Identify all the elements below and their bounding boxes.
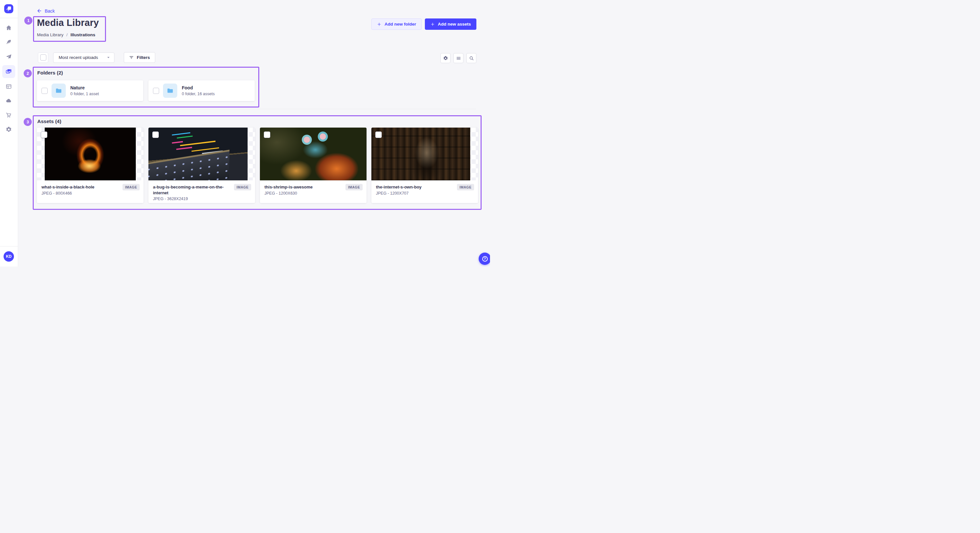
asset-type-badge: IMAGE	[345, 184, 363, 190]
sidebar-nav: KD	[0, 0, 18, 266]
folders-row: Nature 0 folder, 1 asset Food 0 folder, …	[37, 80, 255, 101]
sidebar-item-content-type-builder[interactable]	[2, 80, 15, 93]
annotation-step-1: 1	[24, 16, 32, 25]
sidebar-divider-bottom	[0, 246, 18, 246]
plus-icon	[377, 22, 382, 27]
asset-meta: JPEG - 800X466	[41, 191, 139, 195]
sidebar-item-releases[interactable]	[2, 50, 15, 63]
folder-name: Food	[182, 85, 215, 90]
sidebar-item-deploy[interactable]	[2, 94, 15, 107]
transparency-checkerboard	[148, 128, 255, 180]
asset-thumbnail-laptop-code	[148, 128, 248, 180]
add-new-folder-button[interactable]: Add new folder	[371, 19, 422, 30]
sidebar-item-settings[interactable]	[2, 123, 15, 136]
folder-tile	[51, 84, 66, 98]
breadcrumb-parent[interactable]: Media Library	[37, 32, 64, 37]
help-button[interactable]: ?	[479, 252, 490, 265]
paper-plane-icon	[5, 54, 12, 60]
filters-button[interactable]: Filters	[124, 52, 155, 63]
gear-icon	[443, 56, 448, 61]
asset-type-badge: IMAGE	[123, 184, 140, 190]
folders-heading: Folders (2)	[37, 70, 63, 76]
header-actions: Add new folder Add new assets	[371, 19, 476, 30]
folder-card-nature[interactable]: Nature 0 folder, 1 asset	[37, 80, 143, 101]
sidebar-item-home[interactable]	[2, 21, 15, 34]
folder-checkbox[interactable]	[153, 88, 159, 94]
asset-meta: JPEG - 1200X707	[376, 191, 474, 195]
filter-icon	[129, 55, 134, 60]
breadcrumb-current: Illustrations	[71, 32, 95, 37]
folder-meta: 0 folder, 1 asset	[70, 92, 99, 96]
user-avatar[interactable]: KD	[3, 251, 14, 262]
back-link[interactable]: Back	[37, 8, 55, 14]
sort-dropdown[interactable]: Most recent uploads	[53, 52, 115, 63]
asset-type-badge: IMAGE	[457, 184, 474, 190]
asset-type-badge: IMAGE	[234, 184, 251, 190]
folder-tile	[163, 84, 177, 98]
toolbar: Most recent uploads Filters	[38, 52, 155, 63]
asset-meta: JPEG - 3628X2419	[153, 197, 250, 201]
folder-meta: 0 folder, 16 assets	[182, 92, 215, 96]
transparency-checkerboard	[37, 128, 143, 180]
asset-meta: JPEG - 1200X630	[264, 191, 362, 195]
sort-dropdown-value: Most recent uploads	[59, 55, 98, 60]
breadcrumb: Media Library / Illustrations	[37, 32, 95, 37]
list-view-button[interactable]	[453, 53, 463, 63]
annotation-step-3: 3	[24, 118, 32, 126]
cloud-icon	[5, 97, 12, 104]
folder-name: Nature	[70, 85, 99, 90]
sidebar-item-content-manager[interactable]	[2, 36, 15, 49]
asset-card-internets-own-boy[interactable]: the-internet-s-own-boy JPEG - 1200X707 I…	[371, 128, 478, 203]
feather-icon	[5, 39, 12, 45]
breadcrumb-separator: /	[67, 32, 68, 37]
list-icon	[456, 56, 461, 61]
folder-card-food[interactable]: Food 0 folder, 16 assets	[148, 80, 255, 101]
sidebar-divider-top	[0, 18, 18, 18]
add-new-folder-label: Add new folder	[384, 22, 416, 27]
filters-label: Filters	[137, 55, 150, 60]
asset-checkbox[interactable]	[375, 132, 382, 138]
folder-icon	[167, 87, 174, 94]
configure-view-button[interactable]	[441, 53, 450, 63]
add-new-assets-label: Add new assets	[438, 22, 471, 27]
assets-row: what-s-inside-a-black-hole JPEG - 800X46…	[37, 128, 478, 203]
strapi-logo-glyph	[8, 6, 11, 10]
gear-icon	[5, 126, 12, 133]
transparency-checkerboard	[260, 128, 366, 180]
strapi-logo[interactable]	[4, 4, 13, 13]
sidebar-item-media-library[interactable]	[2, 65, 15, 78]
cart-icon	[5, 112, 12, 119]
select-all-checkbox[interactable]	[40, 54, 46, 60]
asset-card-shrimp[interactable]: this-shrimp-is-awesome JPEG - 1200X630 I…	[260, 128, 366, 203]
asset-card-bug-meme[interactable]: a-bug-is-becoming-a-meme-on-the-internet…	[148, 128, 255, 203]
asset-thumbnail-shrimp	[260, 128, 366, 180]
asset-checkbox[interactable]	[152, 132, 159, 138]
home-icon	[5, 25, 12, 31]
arrow-left-icon	[37, 8, 42, 14]
media-library-icon	[5, 68, 12, 75]
page-title: Media Library	[37, 17, 99, 28]
chevron-down-icon	[107, 56, 110, 59]
asset-thumbnail-black-hole	[45, 128, 136, 180]
asset-card-black-hole[interactable]: what-s-inside-a-black-hole JPEG - 800X46…	[37, 128, 143, 203]
folder-checkbox[interactable]	[41, 88, 48, 94]
asset-thumbnail-library	[371, 128, 470, 180]
layout-icon	[5, 83, 12, 90]
asset-checkbox[interactable]	[41, 132, 47, 138]
help-icon: ?	[482, 256, 488, 262]
add-new-assets-button[interactable]: Add new assets	[425, 19, 476, 30]
search-button[interactable]	[466, 53, 476, 63]
assets-heading: Assets (4)	[37, 119, 61, 124]
view-actions	[441, 53, 476, 63]
annotation-step-2: 2	[24, 69, 32, 78]
plus-icon	[430, 22, 435, 27]
folder-icon	[55, 87, 62, 94]
section-divider	[37, 109, 476, 109]
transparency-checkerboard	[371, 128, 478, 180]
sidebar-item-marketplace[interactable]	[2, 109, 15, 122]
asset-checkbox[interactable]	[264, 132, 270, 138]
select-all-container	[38, 52, 48, 63]
search-icon	[469, 56, 474, 61]
back-label: Back	[45, 8, 55, 14]
